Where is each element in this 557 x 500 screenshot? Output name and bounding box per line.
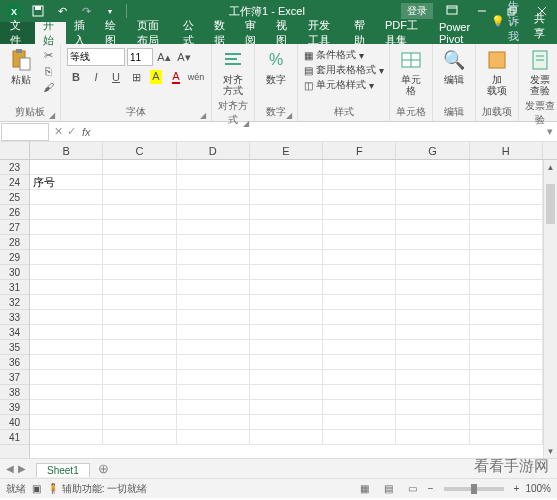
italic-button[interactable]: I xyxy=(87,68,105,86)
cell-C23[interactable] xyxy=(103,160,176,174)
cell-G30[interactable] xyxy=(396,265,469,279)
tab-file[interactable]: 文件 xyxy=(0,22,35,44)
cell-C39[interactable] xyxy=(103,400,176,414)
col-header-H[interactable]: H xyxy=(470,142,543,159)
dialog-launcher-icon[interactable]: ◢ xyxy=(49,111,55,120)
tab-help[interactable]: 帮助 xyxy=(346,22,377,44)
col-header-D[interactable]: D xyxy=(177,142,250,159)
cell-G31[interactable] xyxy=(396,280,469,294)
cell-E33[interactable] xyxy=(250,310,323,324)
row-header-28[interactable]: 28 xyxy=(0,235,29,250)
cell-G29[interactable] xyxy=(396,250,469,264)
cell-C30[interactable] xyxy=(103,265,176,279)
tab-insert[interactable]: 插入 xyxy=(66,22,97,44)
cell-H38[interactable] xyxy=(470,385,543,399)
font-size-select[interactable] xyxy=(127,48,153,66)
alignment-button[interactable]: 对齐方式 xyxy=(216,46,250,98)
cell-C28[interactable] xyxy=(103,235,176,249)
cell-F30[interactable] xyxy=(323,265,396,279)
row-header-40[interactable]: 40 xyxy=(0,415,29,430)
cell-G34[interactable] xyxy=(396,325,469,339)
cell-E26[interactable] xyxy=(250,205,323,219)
cell-H40[interactable] xyxy=(470,415,543,429)
cell-E37[interactable] xyxy=(250,370,323,384)
paste-button[interactable]: 粘贴 xyxy=(4,46,38,87)
cell-E39[interactable] xyxy=(250,400,323,414)
format-painter-button[interactable]: 🖌 xyxy=(40,80,56,94)
tab-powerpivot[interactable]: Power Pivot xyxy=(431,22,487,44)
cell-C36[interactable] xyxy=(103,355,176,369)
cell-D24[interactable] xyxy=(177,175,250,189)
tab-data[interactable]: 数据 xyxy=(206,22,237,44)
name-box[interactable] xyxy=(1,123,49,141)
tab-pdf[interactable]: PDF工具集 xyxy=(377,22,431,44)
row-header-24[interactable]: 24 xyxy=(0,175,29,190)
cell-G26[interactable] xyxy=(396,205,469,219)
cut-button[interactable]: ✂ xyxy=(40,48,56,62)
zoom-slider[interactable] xyxy=(444,487,504,491)
cell-F41[interactable] xyxy=(323,430,396,444)
row-header-27[interactable]: 27 xyxy=(0,220,29,235)
row-header-31[interactable]: 31 xyxy=(0,280,29,295)
cell-F25[interactable] xyxy=(323,190,396,204)
cell-E40[interactable] xyxy=(250,415,323,429)
cell-H39[interactable] xyxy=(470,400,543,414)
row-header-39[interactable]: 39 xyxy=(0,400,29,415)
cell-B28[interactable] xyxy=(30,235,103,249)
cell-C37[interactable] xyxy=(103,370,176,384)
zoom-level[interactable]: 100% xyxy=(525,483,551,494)
cell-B38[interactable] xyxy=(30,385,103,399)
dialog-launcher-icon[interactable]: ◢ xyxy=(286,111,292,120)
cell-B32[interactable] xyxy=(30,295,103,309)
cell-H26[interactable] xyxy=(470,205,543,219)
cells-area[interactable]: 序号 xyxy=(30,160,543,458)
grow-font-button[interactable]: A▴ xyxy=(155,48,173,66)
cell-D28[interactable] xyxy=(177,235,250,249)
cell-C25[interactable] xyxy=(103,190,176,204)
cell-G38[interactable] xyxy=(396,385,469,399)
cell-F24[interactable] xyxy=(323,175,396,189)
tab-formulas[interactable]: 公式 xyxy=(175,22,206,44)
cell-D32[interactable] xyxy=(177,295,250,309)
cell-G35[interactable] xyxy=(396,340,469,354)
cell-D35[interactable] xyxy=(177,340,250,354)
formula-input[interactable] xyxy=(93,126,543,138)
cell-B31[interactable] xyxy=(30,280,103,294)
cell-B36[interactable] xyxy=(30,355,103,369)
cell-G27[interactable] xyxy=(396,220,469,234)
cell-B25[interactable] xyxy=(30,190,103,204)
cell-H41[interactable] xyxy=(470,430,543,444)
cell-F29[interactable] xyxy=(323,250,396,264)
cell-D34[interactable] xyxy=(177,325,250,339)
shrink-font-button[interactable]: A▾ xyxy=(175,48,193,66)
cell-G23[interactable] xyxy=(396,160,469,174)
tab-view[interactable]: 视图 xyxy=(268,22,299,44)
row-header-30[interactable]: 30 xyxy=(0,265,29,280)
cell-F38[interactable] xyxy=(323,385,396,399)
cell-C40[interactable] xyxy=(103,415,176,429)
cell-H37[interactable] xyxy=(470,370,543,384)
cells-button[interactable]: 单元格 xyxy=(394,46,428,98)
cell-B26[interactable] xyxy=(30,205,103,219)
dialog-launcher-icon[interactable]: ◢ xyxy=(200,111,206,120)
row-header-38[interactable]: 38 xyxy=(0,385,29,400)
sheet-nav-next[interactable]: ▶ xyxy=(18,463,26,474)
fx-icon[interactable]: fx xyxy=(82,126,91,138)
cell-H23[interactable] xyxy=(470,160,543,174)
cell-H30[interactable] xyxy=(470,265,543,279)
table-format-button[interactable]: ▤套用表格格式 ▾ xyxy=(304,63,384,77)
row-header-33[interactable]: 33 xyxy=(0,310,29,325)
cell-G41[interactable] xyxy=(396,430,469,444)
cell-F37[interactable] xyxy=(323,370,396,384)
cell-B37[interactable] xyxy=(30,370,103,384)
col-header-G[interactable]: G xyxy=(396,142,469,159)
cell-F27[interactable] xyxy=(323,220,396,234)
cell-style-button[interactable]: ◫单元格样式 ▾ xyxy=(304,78,384,92)
cell-G24[interactable] xyxy=(396,175,469,189)
row-header-25[interactable]: 25 xyxy=(0,190,29,205)
phonetic-button[interactable]: wén xyxy=(187,68,205,86)
cell-G28[interactable] xyxy=(396,235,469,249)
zoom-in-button[interactable]: + xyxy=(514,483,520,494)
cell-D39[interactable] xyxy=(177,400,250,414)
editing-button[interactable]: 🔍 编辑 xyxy=(437,46,471,87)
